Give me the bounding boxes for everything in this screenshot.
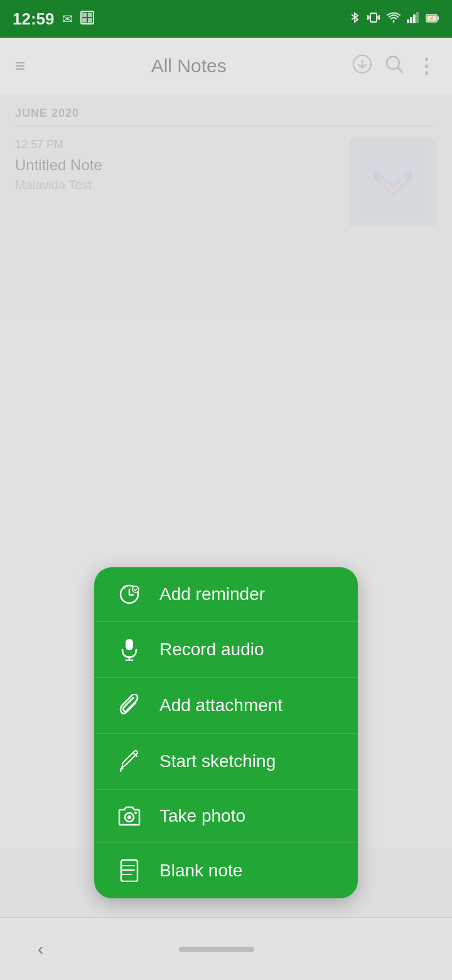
add-attachment-label: Add attachment bbox=[159, 695, 282, 716]
fab-item-record-audio[interactable]: Record audio bbox=[94, 622, 358, 678]
fab-item-add-reminder[interactable]: Add reminder bbox=[94, 567, 358, 622]
fab-item-blank-note[interactable]: Blank note bbox=[94, 843, 358, 898]
svg-point-32 bbox=[134, 812, 137, 814]
fab-item-add-attachment[interactable]: Add attachment bbox=[94, 678, 358, 734]
svg-point-31 bbox=[127, 815, 131, 819]
fab-menu: Add reminder Record audio Add attachment bbox=[94, 567, 358, 898]
take-photo-label: Take photo bbox=[159, 806, 245, 826]
svg-point-25 bbox=[132, 586, 139, 592]
blank-note-label: Blank note bbox=[159, 861, 242, 881]
svg-rect-26 bbox=[126, 639, 133, 650]
microphone-icon bbox=[117, 638, 142, 661]
camera-icon bbox=[117, 806, 142, 826]
add-reminder-label: Add reminder bbox=[159, 584, 265, 604]
reminder-icon bbox=[117, 584, 142, 605]
paperclip-icon bbox=[117, 694, 142, 717]
start-sketching-label: Start sketching bbox=[159, 751, 276, 771]
blank-note-icon bbox=[117, 859, 142, 882]
sketch-icon bbox=[117, 750, 142, 773]
record-audio-label: Record audio bbox=[159, 640, 264, 660]
fab-item-start-sketching[interactable]: Start sketching bbox=[94, 734, 358, 790]
fab-item-take-photo[interactable]: Take photo bbox=[94, 790, 358, 843]
